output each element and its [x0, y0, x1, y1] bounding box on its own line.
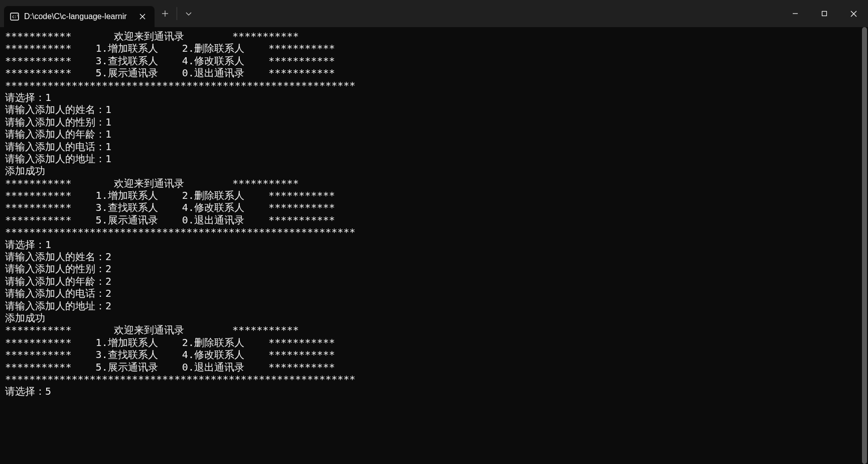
- terminal-line: 请输入添加人的电话：2: [5, 287, 863, 299]
- terminal-line: *********** 1.增加联系人 2.删除联系人 ***********: [5, 189, 863, 201]
- svg-text:c:\: c:\: [12, 15, 19, 19]
- terminal-line: 请输入添加人的地址：2: [5, 300, 863, 312]
- new-tab-button[interactable]: [155, 0, 176, 27]
- terminal-line: *********** 欢迎来到通讯录 ***********: [5, 30, 863, 42]
- terminal-line: ****************************************…: [5, 226, 863, 238]
- tab-close-button[interactable]: [136, 11, 149, 23]
- terminal-line: 请选择：1: [5, 91, 863, 103]
- terminal-line: *********** 3.查找联系人 4.修改联系人 ***********: [5, 201, 863, 213]
- terminal-line: *********** 3.查找联系人 4.修改联系人 ***********: [5, 349, 863, 361]
- maximize-button[interactable]: [810, 0, 839, 27]
- titlebar-drag-area[interactable]: [199, 0, 781, 27]
- terminal-tab[interactable]: c:\ D:\code\C\c-language-learnir: [4, 6, 155, 27]
- terminal-line: 请输入添加人的性别：1: [5, 116, 863, 128]
- terminal-line: 请选择：5: [5, 385, 863, 397]
- chevron-down-icon: [185, 10, 192, 17]
- terminal-line: *********** 5.展示通讯录 0.退出通讯录 ***********: [5, 67, 863, 79]
- terminal-line: 请输入添加人的性别：2: [5, 263, 863, 275]
- close-window-button[interactable]: [839, 0, 868, 27]
- tab-dropdown-button[interactable]: [178, 0, 199, 27]
- plus-icon: [162, 10, 169, 17]
- terminal-output[interactable]: *********** 欢迎来到通讯录 ********************…: [0, 27, 868, 464]
- terminal-line: *********** 1.增加联系人 2.删除联系人 ***********: [5, 336, 863, 349]
- terminal-line: 请输入添加人的电话：1: [5, 141, 863, 153]
- terminal-line: 请输入添加人的地址：1: [5, 153, 863, 165]
- terminal-line: *********** 1.增加联系人 2.删除联系人 ***********: [5, 42, 863, 54]
- separator: [177, 7, 177, 20]
- terminal-line: *********** 欢迎来到通讯录 ***********: [5, 324, 863, 336]
- terminal-line: 请选择：1: [5, 239, 863, 251]
- minimize-icon: [792, 11, 798, 17]
- tab-title: D:\code\C\c-language-learnir: [24, 12, 132, 21]
- scrollbar[interactable]: [861, 27, 868, 464]
- close-icon: [850, 11, 857, 17]
- terminal-line: *********** 欢迎来到通讯录 ***********: [5, 177, 863, 189]
- terminal-line: *********** 3.查找联系人 4.修改联系人 ***********: [5, 55, 863, 67]
- terminal-line: ****************************************…: [5, 373, 863, 385]
- terminal-line: 请输入添加人的姓名：2: [5, 251, 863, 263]
- titlebar: c:\ D:\code\C\c-language-learnir: [0, 0, 868, 27]
- minimize-button[interactable]: [781, 0, 810, 27]
- terminal-line: *********** 5.展示通讯录 0.退出通讯录 ***********: [5, 361, 863, 373]
- terminal-line: ****************************************…: [5, 79, 863, 91]
- cmd-icon: c:\: [10, 12, 19, 21]
- scrollbar-thumb[interactable]: [862, 27, 867, 464]
- terminal-line: 请输入添加人的姓名：1: [5, 103, 863, 115]
- tab-area: c:\ D:\code\C\c-language-learnir: [0, 0, 155, 27]
- terminal-line: 添加成功: [5, 165, 863, 177]
- terminal-line: 添加成功: [5, 312, 863, 324]
- terminal-line: *********** 5.展示通讯录 0.退出通讯录 ***********: [5, 214, 863, 226]
- maximize-icon: [821, 11, 827, 17]
- window-controls: [781, 0, 868, 27]
- close-icon: [139, 14, 146, 20]
- terminal-line: 请输入添加人的年龄：2: [5, 275, 863, 287]
- svg-rect-7: [822, 12, 827, 16]
- terminal-line: 请输入添加人的年龄：1: [5, 128, 863, 140]
